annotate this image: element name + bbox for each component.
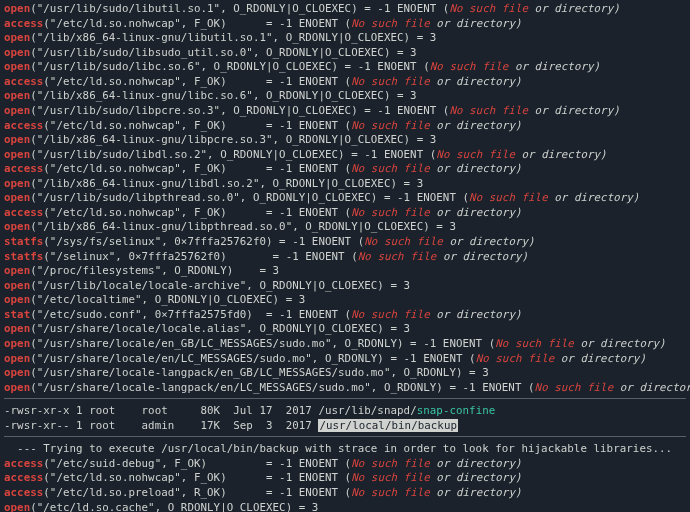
syscall-args: ("/usr/lib/locale/locale-archive", O_RDO… [30,279,410,292]
syscall-line: open("/usr/share/locale-langpack/en_GB/L… [4,366,686,381]
syscall-name: open [4,148,30,161]
file-path: snap-confine [417,404,496,417]
syscall-name: access [4,206,43,219]
syscall-error: No such file [449,2,528,15]
syscall-error: No such file [495,337,574,350]
syscall-line: open("/etc/localtime", O_RDONLY|O_CLOEXE… [4,293,686,308]
syscall-error-tail: or directory) [548,191,640,204]
syscall-line: open("/usr/share/locale/en/LC_MESSAGES/s… [4,352,686,367]
syscall-line: stat("/etc/sudo.conf", 0×7fffa2575fd0) =… [4,308,686,323]
syscall-error: No such file [351,206,430,219]
syscall-line: open("/usr/share/locale-langpack/en/LC_M… [4,381,686,396]
syscall-error-tail: or directory) [430,206,522,219]
syscall-line: open("/usr/share/locale/locale.alias", O… [4,322,686,337]
syscall-name: access [4,75,43,88]
syscall-line: access("/etc/ld.so.preload", R_OK) = -1 … [4,486,686,501]
syscall-error-tail: or directory) [554,352,646,365]
divider [4,436,686,437]
syscall-args: ("/usr/lib/sudo/libutil.so.1", O_RDONLY|… [30,2,449,15]
syscall-error: No such file [351,486,430,499]
syscall-error-tail: or directory) [436,250,528,263]
syscall-args: ("/etc/ld.so.preload", R_OK) = -1 ENOENT… [43,486,351,499]
syscall-name: access [4,17,43,30]
syscall-args: ("/lib/x86_64-linux-gnu/libutil.so.1", O… [30,31,436,44]
syscall-error: No such file [364,235,443,248]
syscall-args: ("/etc/ld.so.nohwcap", F_OK) = -1 ENOENT… [43,206,351,219]
syscall-name: access [4,162,43,175]
syscall-name: open [4,60,30,73]
syscall-line: open("/usr/lib/sudo/libdl.so.2", O_RDONL… [4,148,686,163]
syscall-args: ("/etc/ld.so.nohwcap", F_OK) = -1 ENOENT… [43,471,351,484]
file-listing-meta: -rwsr-xr-x 1 root root 80K Jul 17 2017 [4,404,318,417]
syscall-error: No such file [351,17,430,30]
syscall-line: access("/etc/suid-debug", F_OK) = -1 ENO… [4,457,686,472]
divider [4,398,686,399]
syscall-error: No such file [535,381,614,394]
syscall-error-tail: or directory) [515,148,607,161]
syscall-line: access("/etc/ld.so.nohwcap", F_OK) = -1 … [4,471,686,486]
syscall-name: open [4,191,30,204]
syscall-line: open("/usr/lib/sudo/libc.so.6", O_RDONLY… [4,60,686,75]
syscall-error-tail: or directory) [430,471,522,484]
syscall-error-tail: or directory) [508,60,600,73]
syscall-error-tail: or directory) [574,337,666,350]
syscall-name: access [4,457,43,470]
syscall-line: open("/lib/x86_64-linux-gnu/libutil.so.1… [4,31,686,46]
file-listing-meta: -rwsr-xr-- 1 root admin 17K Sep 3 2017 [4,419,318,432]
syscall-args: ("/lib/x86_64-linux-gnu/libpthread.so.0"… [30,220,456,233]
syscall-args: ("/etc/ld.so.nohwcap", F_OK) = -1 ENOENT… [43,17,351,30]
syscall-error: No such file [351,308,430,321]
syscall-args: ("/selinux", 0×7fffa25762f0) = -1 ENOENT… [43,250,357,263]
syscall-name: statfs [4,235,43,248]
syscall-error-tail: or directory) [430,457,522,470]
syscall-args: ("/usr/share/locale/en/LC_MESSAGES/sudo.… [30,352,475,365]
syscall-error-tail: or directory) [528,2,620,15]
syscall-name: open [4,337,30,350]
syscall-name: open [4,352,30,365]
syscall-args: ("/sys/fs/selinux", 0×7fffa25762f0) = -1… [43,235,364,248]
syscall-name: statfs [4,250,43,263]
syscall-args: ("/usr/share/locale/en_GB/LC_MESSAGES/su… [30,337,495,350]
syscall-args: ("/etc/sudo.conf", 0×7fffa2575fd0) = -1 … [30,308,351,321]
syscall-error: No such file [469,191,548,204]
syscall-line: open("/usr/lib/locale/locale-archive", O… [4,279,686,294]
syscall-error-tail: or directory) [613,381,690,394]
syscall-error: No such file [436,148,515,161]
syscall-line: open("/lib/x86_64-linux-gnu/libc.so.6", … [4,89,686,104]
syscall-line: open("/etc/ld.so.cache", O_RDONLY|O_CLOE… [4,501,686,512]
syscall-name: open [4,177,30,190]
syscall-error: No such file [351,119,430,132]
syscall-args: ("/lib/x86_64-linux-gnu/libc.so.6", O_RD… [30,89,416,102]
syscall-line: access("/etc/ld.so.nohwcap", F_OK) = -1 … [4,206,686,221]
syscall-args: ("/usr/share/locale-langpack/en/LC_MESSA… [30,381,534,394]
syscall-error: No such file [476,352,555,365]
syscall-error-tail: or directory) [430,162,522,175]
syscall-args: ("/etc/ld.so.nohwcap", F_OK) = -1 ENOENT… [43,75,351,88]
syscall-args: ("/usr/lib/sudo/libpcre.so.3", O_RDONLY|… [30,104,449,117]
syscall-line: access("/etc/ld.so.nohwcap", F_OK) = -1 … [4,119,686,134]
syscall-error-tail: or directory) [430,308,522,321]
syscall-error-tail: or directory) [430,119,522,132]
syscall-name: open [4,220,30,233]
syscall-args: ("/etc/ld.so.cache", O_RDONLY|O_CLOEXEC)… [30,501,318,512]
syscall-name: open [4,46,30,59]
syscall-line: open("/lib/x86_64-linux-gnu/libdl.so.2",… [4,177,686,192]
syscall-line: open("/usr/share/locale/en_GB/LC_MESSAGE… [4,337,686,352]
syscall-name: open [4,366,30,379]
syscall-name: open [4,279,30,292]
syscall-args: ("/usr/lib/sudo/libc.so.6", O_RDONLY|O_C… [30,60,430,73]
syscall-error: No such file [449,104,528,117]
syscall-args: ("/usr/share/locale/locale.alias", O_RDO… [30,322,410,335]
syscall-error: No such file [351,75,430,88]
syscall-args: ("/etc/suid-debug", F_OK) = -1 ENOENT ( [43,457,351,470]
syscall-error-tail: or directory) [528,104,620,117]
syscall-line: open("/usr/lib/sudo/libpcre.so.3", O_RDO… [4,104,686,119]
syscall-error: No such file [358,250,437,263]
file-path-prefix: /usr/lib/snapd/ [318,404,416,417]
syscall-args: ("/etc/localtime", O_RDONLY|O_CLOEXEC) =… [30,293,305,306]
file-listing-row: -rwsr-xr-- 1 root admin 17K Sep 3 2017 /… [4,419,686,434]
syscall-error-tail: or directory) [430,75,522,88]
syscall-line: open("/lib/x86_64-linux-gnu/libpthread.s… [4,220,686,235]
syscall-error: No such file [351,162,430,175]
syscall-name: access [4,486,43,499]
